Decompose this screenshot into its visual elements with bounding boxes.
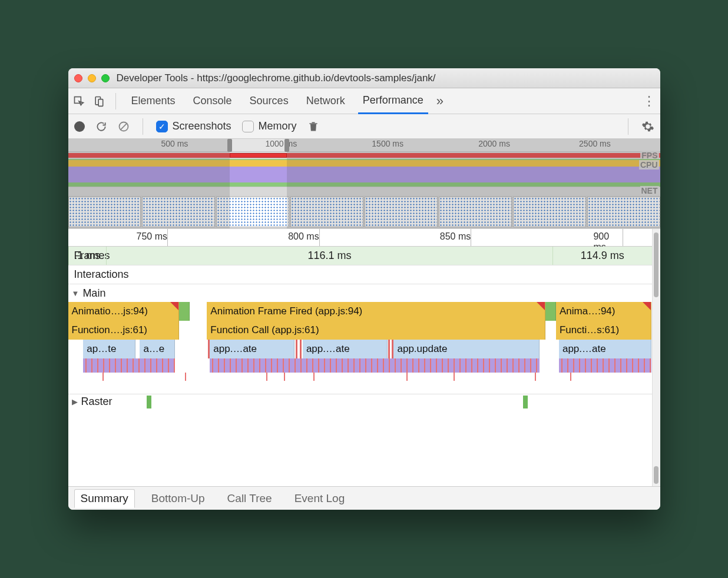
screenshot-thumb[interactable] [290,197,363,227]
flame-bar[interactable] [83,358,175,373]
summary-tab-call-tree[interactable]: Call Tree [221,490,278,507]
summary-tab-bottom-up[interactable]: Bottom-Up [145,490,211,507]
record-button[interactable] [74,121,85,132]
flame-row-4[interactable] [68,358,652,373]
tab-sources[interactable]: Sources [245,88,293,114]
chevron-down-icon: ▼ [72,289,80,298]
flame-row-1[interactable]: Animatio….js:94)Animation Frame Fired (a… [68,302,652,321]
detail-ruler[interactable]: 750 ms800 ms850 ms900 ms [68,229,652,247]
overview-handle-right[interactable] [284,139,289,152]
interactions-row[interactable]: Interactions [68,265,652,284]
long-task-warning-icon [170,302,178,310]
vertical-scrollbar[interactable] [652,229,660,486]
flame-bar[interactable]: a…e [140,340,174,358]
long-task-warning-icon [537,302,545,310]
frame-segment[interactable]: 114.9 ms [552,247,651,265]
flame-bar[interactable] [559,358,652,373]
tab-performance[interactable]: Performance [358,88,428,114]
screenshot-thumb[interactable] [587,197,660,227]
screenshot-thumb[interactable] [216,197,289,227]
devtools-window: Developer Tools - https://googlechrome.g… [68,68,660,510]
settings-icon[interactable] [641,120,654,133]
interactions-label: Interactions [68,265,129,284]
flame-bar[interactable]: app.…ate [210,340,294,358]
device-toggle-icon[interactable] [93,95,105,107]
summary-tab-event-log[interactable]: Event Log [289,490,351,507]
screenshot-thumb[interactable] [68,197,141,227]
tab-network[interactable]: Network [302,88,350,114]
panel-tabs: ElementsConsoleSourcesNetworkPerformance… [68,88,660,114]
chevron-right-icon: ▶ [72,397,78,406]
tabs-overflow-icon[interactable]: » [436,94,444,109]
perf-toolbar: ✓ Screenshots Memory [68,114,660,139]
frame-segment[interactable]: 116.1 ms [106,247,552,265]
tab-console[interactable]: Console [188,88,237,114]
raster-task[interactable] [523,396,528,408]
overview-selection-bar [230,153,287,158]
main-section-header[interactable]: ▼Main [68,284,652,302]
flame-bar[interactable] [179,302,190,321]
scrollbar-thumb[interactable] [654,466,658,484]
flame-bar[interactable]: Animatio….js:94) [68,302,179,321]
flame-bar[interactable] [102,373,104,381]
flame-bar[interactable]: Function Call (app.js:61) [207,321,545,340]
window-title: Developer Tools - https://googlechrome.g… [117,72,436,84]
flame-bar[interactable] [545,302,556,321]
raster-task[interactable] [147,396,151,408]
overview-handle-left[interactable] [227,139,232,152]
flame-bar[interactable] [570,373,571,381]
overview-timeline[interactable]: 500 ms1000 ms1500 ms2000 ms2500 ms FPS C… [68,139,660,228]
flame-row-2[interactable]: Function….js:61)Function Call (app.js:61… [68,321,652,340]
flame-bar[interactable] [210,358,540,373]
zoom-icon[interactable] [101,74,110,82]
net-lane: NET [68,187,660,195]
flame-row-3[interactable]: ap…tea…eapp.…ateapp.…ateapp.updateapp.…a… [68,340,652,358]
flame-bar[interactable] [185,373,186,381]
flame-bar[interactable] [266,373,267,381]
summary-tab-summary[interactable]: Summary [74,489,135,508]
flame-bar[interactable]: app.…ate [559,340,652,358]
long-task-warning-icon [643,302,651,310]
screenshot-thumb[interactable] [439,197,512,227]
cpu-lane-label: CPU [639,160,659,170]
titlebar: Developer Tools - https://googlechrome.g… [68,68,660,88]
minimize-icon[interactable] [88,74,96,82]
flame-bar[interactable]: app.…ate [303,340,388,358]
kebab-menu-icon[interactable]: ⋮ [643,94,656,109]
flamegraph-panel[interactable]: 750 ms800 ms850 ms900 ms Frames .1 ms116… [68,228,660,486]
flame-bar[interactable]: Anima…:94) [556,302,652,321]
summary-tabs: SummaryBottom-UpCall TreeEvent Log [68,486,660,510]
flame-bar[interactable]: Animation Frame Fired (app.js:94) [207,302,545,321]
flame-bar[interactable] [454,373,455,381]
overview-ruler[interactable]: 500 ms1000 ms1500 ms2000 ms2500 ms [68,139,660,152]
tab-elements[interactable]: Elements [127,88,180,114]
close-icon[interactable] [74,74,82,82]
divider [115,93,116,109]
flame-bar[interactable]: app.update [393,340,540,358]
screenshots-strip [68,195,660,228]
detail-tick: 850 ms [440,231,471,242]
flame-bar[interactable]: Functi…s:61) [556,321,652,340]
overview-tick: 2000 ms [478,139,510,148]
screenshots-checkbox[interactable]: ✓ [156,121,168,132]
memory-checkbox[interactable] [242,121,254,132]
screenshot-thumb[interactable] [513,197,586,227]
clear-button[interactable] [118,121,130,132]
scrollbar-thumb[interactable] [654,232,658,297]
frames-row[interactable]: Frames .1 ms116.1 ms114.9 ms [68,247,652,265]
trash-icon[interactable] [307,120,319,133]
flame-bar[interactable] [313,373,315,381]
inspect-icon[interactable] [73,95,85,107]
flame-bar[interactable]: ap…te [83,340,135,358]
flame-bar[interactable] [535,373,536,381]
reload-button[interactable] [95,121,107,132]
flame-bar[interactable] [406,373,408,381]
flame-bar[interactable] [284,373,285,381]
screenshots-label: Screenshots [173,120,231,132]
flame-row-5[interactable] [68,373,652,386]
screenshot-thumb[interactable] [365,197,438,227]
raster-section-header[interactable]: ▶Raster [68,394,652,409]
screenshot-thumb[interactable] [142,197,215,227]
frame-segment[interactable]: .1 ms [68,247,106,265]
flame-bar[interactable]: Function….js:61) [68,321,179,340]
